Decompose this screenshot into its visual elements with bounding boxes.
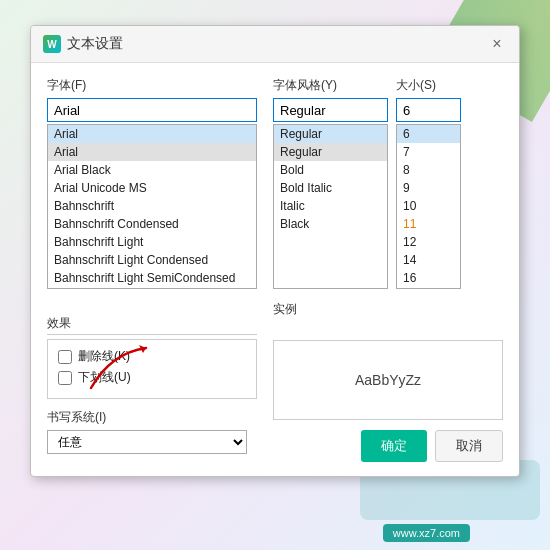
writing-label: 书写系统(I) xyxy=(47,409,257,426)
list-item[interactable]: 11 xyxy=(397,215,460,233)
list-item[interactable]: Italic xyxy=(274,197,387,215)
style-input[interactable] xyxy=(273,98,388,122)
preview-label: 实例 xyxy=(273,301,503,318)
text-settings-dialog: W 文本设置 × 字体(F) Arial Arial Arial Black A… xyxy=(30,25,520,477)
right-bottom: 实例 AaBbYyZz 确定 取消 xyxy=(273,301,503,462)
strikethrough-label: 删除线(K) xyxy=(78,348,130,365)
font-list[interactable]: Arial Arial Arial Black Arial Unicode MS… xyxy=(47,124,257,289)
style-list[interactable]: Regular Regular Bold Bold Italic Italic … xyxy=(273,124,388,289)
list-item[interactable]: 6 xyxy=(397,125,460,143)
list-item[interactable]: Bahnschrift SemiBold xyxy=(48,287,256,289)
strikethrough-row: 删除线(K) xyxy=(58,348,246,365)
list-item[interactable]: 9 xyxy=(397,179,460,197)
list-item[interactable]: 12 xyxy=(397,233,460,251)
list-item[interactable]: Bold Italic xyxy=(274,179,387,197)
preview-area: 实例 AaBbYyZz xyxy=(273,301,503,420)
list-item[interactable]: Arial xyxy=(48,143,256,161)
list-item[interactable]: Bahnschrift Light Condensed xyxy=(48,251,256,269)
size-list[interactable]: 6 7 8 9 10 11 12 14 16 xyxy=(396,124,461,289)
dialog-titlebar: W 文本设置 × xyxy=(31,26,519,63)
list-item[interactable]: Bold xyxy=(274,161,387,179)
size-label: 大小(S) xyxy=(396,77,461,94)
effects-section: 效果 删除线(K) 下划线(U) xyxy=(47,315,257,399)
top-columns: 字体(F) Arial Arial Arial Black Arial Unic… xyxy=(47,77,503,289)
dialog-body: 字体(F) Arial Arial Arial Black Arial Unic… xyxy=(31,63,519,476)
style-label: 字体风格(Y) xyxy=(273,77,388,94)
list-item[interactable]: 8 xyxy=(397,161,460,179)
font-label: 字体(F) xyxy=(47,77,257,94)
left-bottom: 效果 删除线(K) 下划线(U) xyxy=(47,301,257,462)
size-input[interactable] xyxy=(396,98,461,122)
list-item[interactable]: 16 xyxy=(397,269,460,287)
underline-row: 下划线(U) xyxy=(58,369,246,386)
preview-text: AaBbYyZz xyxy=(355,372,421,388)
list-item[interactable]: Bahnschrift Light SemiCondensed xyxy=(48,269,256,287)
size-column: 大小(S) 6 7 8 9 10 11 12 14 16 xyxy=(396,77,461,289)
effects-label: 效果 xyxy=(47,315,257,335)
effects-group: 删除线(K) 下划线(U) xyxy=(47,339,257,399)
list-item[interactable]: Regular xyxy=(274,125,387,143)
dialog-title-left: W 文本设置 xyxy=(43,35,123,53)
list-item[interactable]: Black xyxy=(274,215,387,233)
list-item[interactable]: Regular xyxy=(274,143,387,161)
underline-label: 下划线(U) xyxy=(78,369,131,386)
strikethrough-checkbox[interactable] xyxy=(58,350,72,364)
dialog-title: 文本设置 xyxy=(67,35,123,53)
list-item[interactable]: 10 xyxy=(397,197,460,215)
list-item[interactable]: Bahnschrift Light xyxy=(48,233,256,251)
action-buttons: 确定 取消 xyxy=(273,430,503,462)
underline-checkbox[interactable] xyxy=(58,371,72,385)
watermark-bar: www.xz7.com xyxy=(383,524,470,542)
list-item[interactable]: Arial Black xyxy=(48,161,256,179)
list-item[interactable]: Bahnschrift xyxy=(48,197,256,215)
font-column: 字体(F) Arial Arial Arial Black Arial Unic… xyxy=(47,77,257,289)
style-column: 字体风格(Y) Regular Regular Bold Bold Italic… xyxy=(273,77,388,289)
app-logo-icon: W xyxy=(43,35,61,53)
list-item[interactable]: Arial Unicode MS xyxy=(48,179,256,197)
close-button[interactable]: × xyxy=(487,34,507,54)
cancel-button[interactable]: 取消 xyxy=(435,430,503,462)
watermark-text: www.xz7.com xyxy=(393,527,460,539)
right-area: 字体风格(Y) Regular Regular Bold Bold Italic… xyxy=(273,77,503,289)
list-item[interactable]: 7 xyxy=(397,143,460,161)
font-input[interactable] xyxy=(47,98,257,122)
list-item[interactable]: 14 xyxy=(397,251,460,269)
confirm-button[interactable]: 确定 xyxy=(361,430,427,462)
writing-section: 书写系统(I) 任意 拉丁文 中文 日文 韩文 xyxy=(47,409,257,454)
writing-select[interactable]: 任意 拉丁文 中文 日文 韩文 xyxy=(47,430,247,454)
preview-box: AaBbYyZz xyxy=(273,340,503,420)
list-item[interactable]: Bahnschrift Condensed xyxy=(48,215,256,233)
list-item[interactable]: Arial xyxy=(48,125,256,143)
bottom-section: 效果 删除线(K) 下划线(U) xyxy=(47,301,503,462)
